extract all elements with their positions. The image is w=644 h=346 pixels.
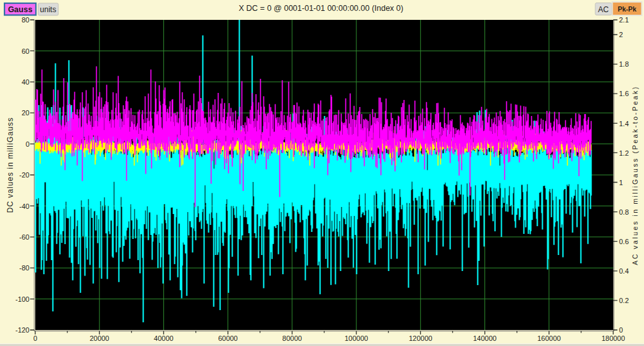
svg-text:units: units <box>40 5 56 14</box>
svg-text:1.2: 1.2 <box>619 149 629 157</box>
svg-text:80: 80 <box>22 16 29 24</box>
svg-text:1.6: 1.6 <box>619 90 629 97</box>
svg-text:X DC = 0 @ 0001-01-01 00:00:00: X DC = 0 @ 0001-01-01 00:00:00.00 (Index… <box>239 4 404 13</box>
svg-text:0: 0 <box>619 326 623 334</box>
svg-text:0.2: 0.2 <box>619 297 629 304</box>
svg-text:0.6: 0.6 <box>619 238 629 245</box>
svg-text:0: 0 <box>26 140 29 148</box>
svg-text:80000: 80000 <box>283 334 302 342</box>
svg-text:-40: -40 <box>19 202 29 210</box>
svg-text:60: 60 <box>22 47 29 55</box>
svg-text:AC values in milliGauss (Peak: AC values in milliGauss (Peak-to-Peak) <box>631 85 639 265</box>
svg-text:1.4: 1.4 <box>619 120 629 128</box>
svg-text:100000: 100000 <box>345 334 368 342</box>
svg-text:120000: 120000 <box>409 334 433 342</box>
svg-text:40: 40 <box>22 78 29 86</box>
svg-text:140000: 140000 <box>473 334 497 342</box>
svg-text:40000: 40000 <box>154 334 174 342</box>
svg-text:0: 0 <box>33 334 37 342</box>
svg-text:0.8: 0.8 <box>619 208 629 216</box>
svg-text:-80: -80 <box>19 264 29 272</box>
svg-text:1: 1 <box>619 179 623 186</box>
svg-text:Pk-Pk: Pk-Pk <box>618 5 636 13</box>
svg-text:160000: 160000 <box>537 334 561 342</box>
svg-text:2.1: 2.1 <box>619 16 629 24</box>
svg-text:60000: 60000 <box>218 334 238 342</box>
svg-text:0.4: 0.4 <box>619 267 629 275</box>
svg-text:-20: -20 <box>19 171 29 179</box>
svg-text:-120: -120 <box>15 326 29 334</box>
svg-text:180000: 180000 <box>602 334 625 342</box>
svg-text:-100: -100 <box>15 295 29 303</box>
svg-text:2: 2 <box>619 31 623 38</box>
svg-text:DC values in milliGauss: DC values in milliGauss <box>6 117 15 213</box>
svg-text:AC: AC <box>598 5 609 14</box>
svg-text:1.8: 1.8 <box>619 60 629 68</box>
svg-text:-60: -60 <box>19 233 29 241</box>
svg-text:20: 20 <box>22 109 29 117</box>
svg-text:Gauss: Gauss <box>8 5 32 14</box>
svg-text:20000: 20000 <box>90 334 110 342</box>
